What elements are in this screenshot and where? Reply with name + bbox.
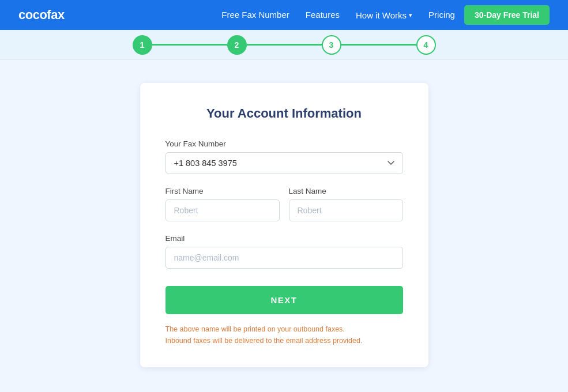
nav-link-features[interactable]: Features	[306, 10, 340, 20]
step-line-2-3	[247, 44, 322, 46]
name-row: First Name Last Name	[165, 187, 403, 221]
step-3: 3	[322, 35, 341, 55]
first-name-input[interactable]	[165, 199, 280, 221]
email-field: Email	[165, 234, 403, 269]
nav-links: Free Fax Number Features How it Works ▾ …	[221, 10, 455, 20]
step-2: 2	[227, 35, 247, 55]
nav-link-how-it-works[interactable]: How it Works ▾	[356, 10, 412, 20]
step-1: 1	[133, 35, 152, 55]
fax-number-field: Your Fax Number +1 803 845 3975	[165, 140, 403, 174]
first-name-label: First Name	[165, 187, 280, 195]
form-note-line1: The above name will be printed on your o…	[165, 325, 345, 333]
navbar: cocofax Free Fax Number Features How it …	[0, 0, 568, 30]
trial-button[interactable]: 30-Day Free Trial	[464, 5, 550, 25]
stepper-bar: 1 2 3 4	[0, 30, 568, 60]
stepper: 1 2 3 4	[133, 35, 436, 55]
nav-item-how-it-works[interactable]: How it Works ▾	[356, 10, 412, 20]
nav-item-pricing[interactable]: Pricing	[428, 10, 455, 20]
fax-number-select[interactable]: +1 803 845 3975	[165, 152, 403, 174]
chevron-down-icon: ▾	[409, 12, 412, 19]
last-name-field: Last Name	[289, 187, 403, 221]
next-button[interactable]: NEXT	[165, 286, 403, 314]
last-name-label: Last Name	[289, 187, 403, 195]
email-label: Email	[165, 234, 403, 243]
nav-item-free-fax[interactable]: Free Fax Number	[221, 10, 289, 20]
nav-link-free-fax[interactable]: Free Fax Number	[221, 10, 289, 20]
nav-item-features[interactable]: Features	[306, 10, 340, 20]
nav-link-pricing[interactable]: Pricing	[428, 10, 455, 20]
logo[interactable]: cocofax	[18, 7, 65, 22]
step-4: 4	[416, 35, 436, 55]
last-name-input[interactable]	[289, 199, 403, 221]
first-name-field: First Name	[165, 187, 280, 221]
step-line-1-2	[152, 44, 227, 46]
email-input[interactable]	[165, 247, 403, 269]
form-card: Your Account Information Your Fax Number…	[140, 83, 428, 367]
step-line-3-4	[341, 44, 416, 46]
form-title: Your Account Information	[165, 106, 403, 121]
form-note-line2: Inbound faxes will be delivered to the e…	[165, 337, 363, 345]
fax-number-label: Your Fax Number	[165, 140, 403, 148]
form-note: The above name will be printed on your o…	[165, 323, 403, 346]
main-content: Your Account Information Your Fax Number…	[0, 60, 568, 390]
